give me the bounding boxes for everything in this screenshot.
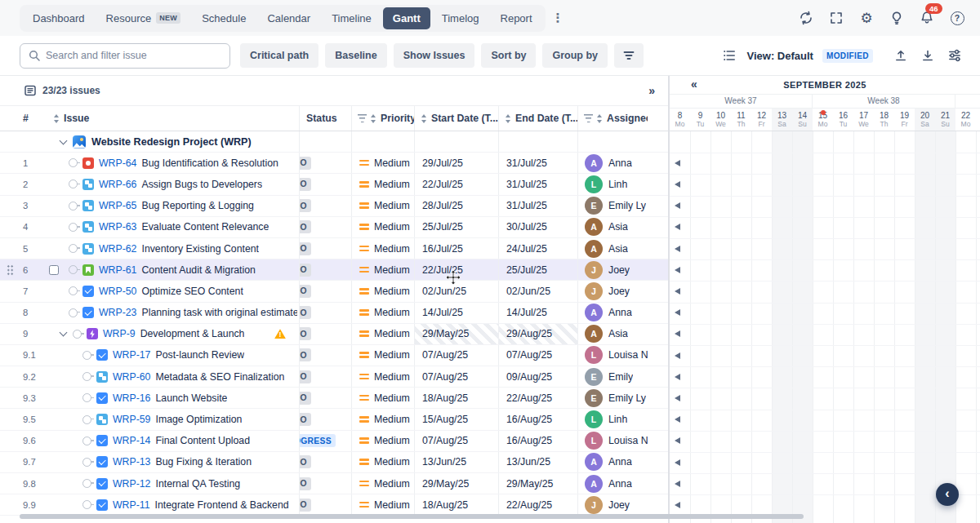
collapse-timeline-fab[interactable]: ‹ [936, 483, 959, 506]
link-handle-icon[interactable] [82, 458, 91, 467]
issue-key-link[interactable]: WRP-11 [113, 499, 150, 511]
gantt-bar-offscreen-left-indicator[interactable] [675, 181, 680, 188]
gantt-bar-offscreen-left-indicator[interactable] [675, 502, 680, 508]
sync-icon[interactable] [798, 10, 814, 26]
column-header-assignee[interactable]: Assignee [577, 106, 648, 131]
issue-row-wrp-63[interactable]: 4WRP-63Evaluate Content RelevanceTO DOMe… [0, 217, 668, 238]
issue-key-link[interactable]: WRP-59 [113, 414, 150, 425]
day-header[interactable]: 16Tu [833, 109, 853, 131]
day-header[interactable]: 12Fr [751, 109, 772, 131]
issue-key-link[interactable]: WRP-17 [113, 349, 150, 361]
drag-handle-icon[interactable] [7, 264, 14, 276]
link-handle-icon[interactable] [69, 286, 78, 295]
gantt-bar-offscreen-left-indicator[interactable] [675, 267, 680, 273]
link-handle-icon[interactable] [69, 202, 78, 211]
chevron-down-icon[interactable] [60, 136, 68, 144]
filter-button[interactable] [614, 43, 644, 68]
sort-icon[interactable] [506, 114, 511, 123]
issue-row-wrp-23[interactable]: 8WRP-23Planning task with original estim… [0, 303, 668, 324]
issue-row-wrp-64[interactable]: 1WRP-64Bug Identification & ResolutionTO… [0, 153, 668, 174]
day-header[interactable]: 19Fr [894, 109, 915, 131]
day-header[interactable]: 14Su [792, 109, 813, 131]
issue-key-link[interactable]: WRP-63 [99, 221, 136, 233]
issue-row-wrp-16[interactable]: 9.3WRP-16Launch WebsiteTO DOMedium18/Aug… [0, 388, 668, 409]
gantt-bar-offscreen-left-indicator[interactable] [675, 160, 680, 166]
sort-icon[interactable] [597, 114, 603, 123]
issue-key-link[interactable]: WRP-12 [113, 478, 150, 490]
issue-row-wrp-13[interactable]: 9.7WRP-13Bug Fixing & IterationTO DOMedi… [0, 452, 668, 473]
issue-key-link[interactable]: WRP-62 [99, 243, 136, 255]
issue-row-wrp-60[interactable]: 9.2WRP-60Metadata & SEO FinalizationTO D… [0, 366, 668, 388]
day-header[interactable]: 21Su [935, 109, 956, 131]
row-checkbox[interactable] [49, 265, 59, 275]
column-header-issue[interactable]: Issue [46, 106, 299, 131]
issue-row-wrp-17[interactable]: 9.1WRP-17Post-launch ReviewTO DOMedium07… [0, 345, 668, 366]
nav-tab-schedule[interactable]: Schedule [192, 7, 256, 29]
nav-tab-dashboard[interactable]: Dashboard [23, 7, 95, 29]
gantt-bar-offscreen-left-indicator[interactable] [675, 352, 680, 359]
project-row[interactable]: Website Redesign Project (WRP) [0, 131, 668, 153]
link-handle-icon[interactable] [82, 351, 91, 360]
upload-icon[interactable] [892, 47, 910, 64]
issue-row-wrp-9[interactable]: 9WRP-9Development & LaunchTO DOMedium29/… [0, 324, 668, 345]
link-handle-icon[interactable] [73, 330, 82, 339]
gantt-bar-offscreen-left-indicator[interactable] [675, 246, 680, 252]
nav-tab-report[interactable]: Report [491, 7, 542, 29]
issue-row-wrp-14[interactable]: 9.6WRP-14Final Content UploadIN PROGRESS… [0, 431, 668, 452]
toolbar-button-critical-path[interactable]: Critical path [240, 43, 318, 68]
fullscreen-icon[interactable] [828, 10, 844, 26]
search-box[interactable] [20, 43, 230, 69]
sort-icon[interactable] [421, 114, 427, 123]
issue-key-link[interactable]: WRP-14 [113, 435, 150, 446]
issue-key-link[interactable]: WRP-66 [99, 179, 136, 190]
toolbar-button-baseline[interactable]: Baseline [325, 43, 386, 68]
link-handle-icon[interactable] [82, 437, 91, 445]
issue-row-wrp-11[interactable]: 9.9WRP-11Integrate Frontend & BackendTO … [0, 494, 668, 516]
issue-key-link[interactable]: WRP-16 [113, 392, 150, 404]
day-header[interactable]: 8Mo [670, 109, 690, 131]
nav-tab-resource[interactable]: ResourceNEW [96, 7, 191, 29]
view-structure-icon[interactable] [720, 47, 738, 64]
nav-tab-calendar[interactable]: Calendar [257, 7, 320, 29]
gantt-bar-offscreen-left-indicator[interactable] [675, 374, 680, 380]
issue-row-wrp-59[interactable]: 9.5WRP-59Image OptimizationTO DOMedium15… [0, 409, 668, 430]
horizontal-scrollbar[interactable] [20, 514, 804, 519]
link-handle-icon[interactable] [69, 265, 78, 274]
timeline-collapse-control[interactable]: « [691, 78, 697, 91]
day-header[interactable]: 9Tu [690, 109, 710, 131]
day-header[interactable]: 10We [710, 109, 731, 131]
issue-key-link[interactable]: WRP-13 [113, 456, 150, 468]
issue-row-wrp-62[interactable]: 5WRP-62Inventory Existing ContentTO DOMe… [0, 238, 668, 259]
toolbar-button-group-by[interactable]: Group by [542, 43, 608, 68]
sort-icon[interactable] [54, 114, 60, 123]
link-handle-icon[interactable] [82, 415, 91, 424]
sort-icon[interactable] [371, 114, 376, 123]
issue-row-wrp-65[interactable]: 3WRP-65Bug Reporting & LoggingTO DOMediu… [0, 196, 668, 217]
gantt-bar-offscreen-left-indicator[interactable] [675, 224, 680, 230]
nav-tab-gantt[interactable]: Gantt [383, 7, 430, 29]
issue-key-link[interactable]: WRP-64 [99, 157, 136, 169]
gantt-bar-offscreen-left-indicator[interactable] [675, 481, 680, 487]
link-handle-icon[interactable] [82, 372, 91, 381]
link-handle-icon[interactable] [69, 223, 78, 232]
column-header-number[interactable]: # [20, 106, 46, 131]
view-label[interactable]: View: Default [747, 50, 813, 62]
gantt-bar-offscreen-left-indicator[interactable] [675, 288, 680, 295]
gear-icon[interactable]: ⚙ [858, 10, 875, 26]
issue-key-link[interactable]: WRP-23 [99, 307, 136, 318]
nav-more-icon[interactable]: ⋮ [546, 9, 571, 27]
day-header[interactable]: 22Mo [956, 109, 976, 131]
download-icon[interactable] [919, 47, 937, 64]
filter-icon[interactable] [584, 114, 593, 122]
issue-row-wrp-50[interactable]: 7WRP-50Optimize SEO ContentTO DOMedium02… [0, 281, 668, 302]
gantt-bar-offscreen-left-indicator[interactable] [675, 395, 680, 401]
issue-key-link[interactable]: WRP-9 [103, 328, 136, 339]
issue-key-link[interactable]: WRP-61 [99, 264, 136, 276]
column-header-end-date[interactable]: End Date (T... [498, 106, 577, 131]
day-header[interactable]: 13Sa [772, 109, 792, 131]
link-handle-icon[interactable] [69, 180, 78, 188]
column-header-start-date[interactable]: Start Date (T... [414, 106, 498, 131]
link-handle-icon[interactable] [69, 308, 78, 317]
gantt-bar-offscreen-left-indicator[interactable] [675, 309, 680, 316]
toolbar-button-sort-by[interactable]: Sort by [481, 43, 536, 68]
